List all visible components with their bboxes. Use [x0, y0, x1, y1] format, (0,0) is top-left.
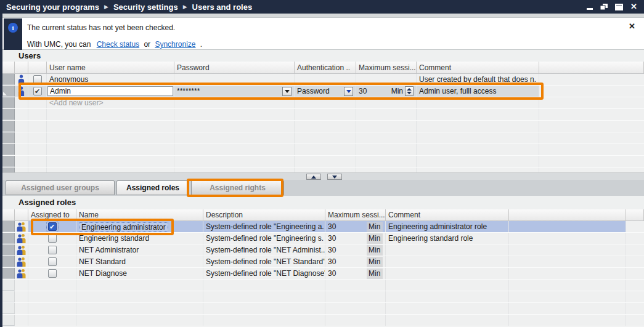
- check-status-link[interactable]: Check status: [97, 40, 139, 49]
- empty-row: [2, 132, 644, 144]
- row-selector[interactable]: [2, 221, 15, 232]
- column-header-description[interactable]: Description: [203, 209, 325, 220]
- tab-assigned-rights[interactable]: Assigned rights: [191, 180, 284, 195]
- restore-icon[interactable]: [600, 3, 608, 10]
- max-session-cell: 30 Min: [325, 221, 386, 232]
- role-name-cell[interactable]: Engineering standard: [76, 233, 203, 244]
- password-masked-value: ********: [177, 86, 200, 97]
- title-bar: Securing your programs ▶ Security settin…: [0, 0, 644, 14]
- row-selector[interactable]: [2, 268, 15, 279]
- empty-row: [2, 291, 644, 303]
- role-assigned-checkbox[interactable]: [48, 246, 57, 254]
- tab-assigned-roles[interactable]: Assigned roles: [116, 180, 189, 195]
- empty-row: [2, 315, 644, 326]
- role-name-cell[interactable]: NET Standard: [76, 256, 203, 267]
- header-cell: [2, 62, 15, 73]
- role-name-cell[interactable]: NET Administrator: [76, 244, 203, 256]
- empty-row: [2, 109, 644, 121]
- authentication-dropdown-icon[interactable]: [344, 87, 353, 96]
- filler-cell: [509, 256, 626, 267]
- header-cell: [28, 62, 47, 73]
- assigned-roles-section-title: Assigned roles: [18, 198, 76, 207]
- users-section-title: Users: [18, 51, 41, 60]
- password-cell: [174, 97, 295, 108]
- role-assigned-checkbox[interactable]: [48, 234, 57, 243]
- max-session-cell: 30 Min: [325, 244, 386, 256]
- password-field[interactable]: ********: [174, 86, 295, 97]
- role-name-cell[interactable]: NET Diagnose: [76, 268, 203, 279]
- max-session-value: 30: [359, 86, 367, 97]
- tab-assigned-user-groups[interactable]: Assigned user groups: [6, 180, 115, 195]
- role-assigned-checkbox[interactable]: [48, 257, 57, 266]
- session-spinner[interactable]: [405, 86, 414, 96]
- authentication-cell: [295, 97, 356, 108]
- filler-cell: [509, 244, 626, 256]
- comment-cell[interactable]: [386, 256, 509, 267]
- max-session-value: 30: [328, 233, 336, 244]
- max-session-unit: Min: [367, 257, 383, 267]
- column-header-user-name[interactable]: User name: [47, 62, 174, 73]
- comment-cell[interactable]: [386, 244, 509, 256]
- role-name-cell[interactable]: Engineering administrator: [79, 222, 168, 232]
- role-assigned-checkbox[interactable]: [48, 269, 57, 278]
- header-cell: [15, 209, 28, 220]
- filler-cell: [539, 74, 644, 85]
- comment-cell[interactable]: Engineering standard role: [386, 233, 509, 244]
- close-window-icon[interactable]: ✕: [630, 3, 638, 10]
- column-header-comment[interactable]: Comment: [386, 209, 509, 220]
- users-and-roles-window: Securing your programs ▶ Security settin…: [0, 0, 644, 327]
- max-session-field[interactable]: 30 Min: [356, 86, 417, 97]
- synchronize-link[interactable]: Synchronize: [155, 40, 195, 49]
- breadcrumb-item[interactable]: Users and roles: [192, 2, 253, 12]
- max-session-cell: 30 Min: [325, 268, 386, 279]
- row-selector[interactable]: [2, 233, 15, 244]
- icon-cell: [15, 97, 28, 108]
- row-selector[interactable]: [2, 244, 15, 256]
- password-dropdown-icon[interactable]: [282, 87, 291, 96]
- column-header-assigned-to[interactable]: Assigned to: [28, 209, 76, 220]
- filler-cell: [539, 97, 644, 108]
- empty-row: [2, 303, 644, 315]
- column-header-max-session[interactable]: Maximum sessi...: [325, 209, 386, 220]
- empty-row: [2, 280, 644, 291]
- max-session-value: 30: [328, 256, 336, 267]
- scroll-up-icon: [311, 176, 316, 179]
- user-enabled-checkbox[interactable]: [33, 75, 42, 84]
- column-header-password[interactable]: Password: [174, 62, 295, 73]
- maximize-icon[interactable]: [615, 3, 623, 10]
- filler-cell: [626, 244, 644, 256]
- banner-actions: With UMC, you can Check status or Synchr…: [27, 40, 202, 49]
- add-new-user-cell[interactable]: <Add new user>: [47, 97, 174, 108]
- max-session-cell: 30 Min: [325, 233, 386, 244]
- max-session-unit: Min: [367, 222, 383, 232]
- column-header-comment[interactable]: Comment: [417, 62, 539, 73]
- breadcrumb-item[interactable]: Security settings: [113, 2, 178, 12]
- column-header-max-session[interactable]: Maximum sessi...: [356, 62, 417, 73]
- user-name-input[interactable]: Admin: [47, 86, 173, 96]
- scroll-down-button[interactable]: [327, 174, 342, 180]
- filler-cell: [509, 221, 626, 232]
- banner-close-icon[interactable]: ✕: [629, 22, 635, 31]
- comment-cell[interactable]: Admin user, fulll access: [417, 86, 539, 97]
- role-assigned-checkbox[interactable]: [48, 222, 57, 231]
- filler-cell: [509, 233, 626, 244]
- column-header-name[interactable]: Name: [76, 209, 203, 220]
- comment-cell[interactable]: User created by default that does n.: [417, 74, 539, 85]
- breadcrumb-item[interactable]: Securing your programs: [6, 2, 99, 12]
- column-header-authentication[interactable]: Authentication ..: [295, 62, 356, 73]
- user-row-admin: Admin ******** Password 30 Min Admin use…: [2, 86, 644, 97]
- authentication-select[interactable]: Password: [295, 86, 356, 97]
- user-name-cell[interactable]: Anonymous: [47, 74, 174, 85]
- comment-cell[interactable]: [386, 268, 509, 279]
- scroll-up-button[interactable]: [306, 174, 321, 180]
- user-enabled-checkbox[interactable]: [33, 87, 42, 95]
- role-row-engineering-administrator: Engineering administrator System-defined…: [2, 221, 644, 233]
- checkbox-cell: [28, 97, 47, 108]
- status-banner: i The current status has not yet been ch…: [2, 17, 644, 50]
- row-selector[interactable]: [2, 74, 15, 85]
- row-selector[interactable]: [2, 256, 15, 267]
- comment-cell[interactable]: Engineering administrator role: [386, 221, 509, 232]
- row-selector[interactable]: [2, 86, 15, 97]
- minimize-icon[interactable]: [585, 3, 593, 10]
- users-table-header: User name Password Authentication .. Max…: [2, 62, 644, 74]
